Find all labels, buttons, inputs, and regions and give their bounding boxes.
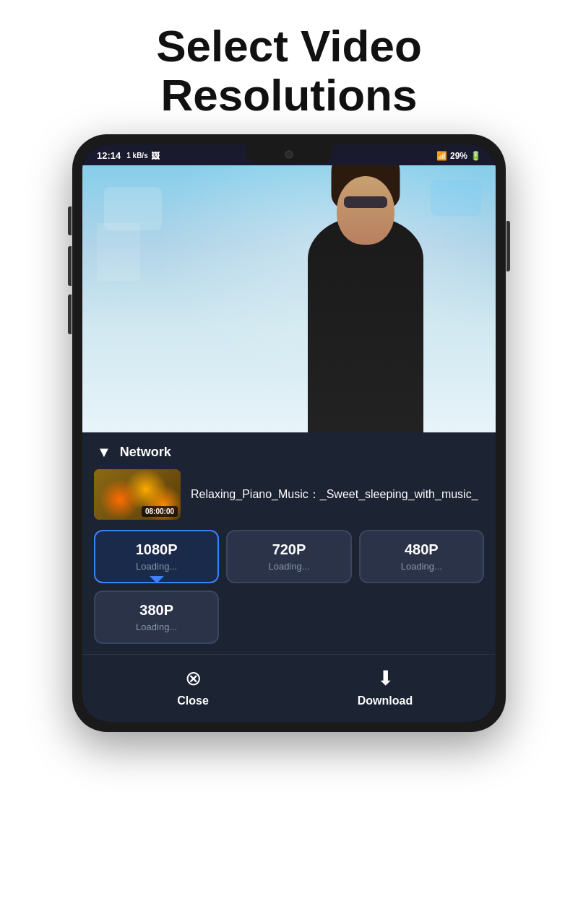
bg-element-3 bbox=[431, 180, 481, 216]
download-icon: ⬇ bbox=[377, 666, 394, 690]
resolution-380p-status: Loading... bbox=[103, 622, 210, 632]
wifi-icon: ▼ bbox=[97, 444, 111, 461]
camera-dot bbox=[285, 150, 293, 159]
close-icon: ⊗ bbox=[185, 666, 202, 690]
close-button[interactable]: ⊗ Close bbox=[157, 666, 229, 707]
title-line2: Resolutions bbox=[161, 70, 418, 120]
signal-icon: 📶 bbox=[436, 151, 447, 161]
face bbox=[337, 176, 394, 245]
resolution-380p-button[interactable]: 380P Loading... bbox=[94, 590, 219, 644]
video-info-row: 08:00:00 Relaxing_Piano_Music：_Sweet_sle… bbox=[82, 469, 496, 530]
resolution-1080p-label: 1080P bbox=[103, 541, 210, 558]
download-button[interactable]: ⬇ Download bbox=[349, 666, 421, 707]
speed-display: 1 kB/s bbox=[126, 152, 147, 160]
status-left: 12:14 1 kB/s 🖼 bbox=[97, 150, 160, 161]
phone-screen: 12:14 1 kB/s 🖼 📶 29% 🔋 bbox=[82, 144, 496, 722]
status-right: 📶 29% 🔋 bbox=[436, 151, 481, 161]
page-title: Select Video Resolutions bbox=[0, 0, 578, 134]
resolution-720p-label: 720P bbox=[235, 541, 342, 558]
battery-icon: 🔋 bbox=[470, 151, 481, 161]
resolution-720p-button[interactable]: 720P Loading... bbox=[226, 530, 351, 583]
sunglasses bbox=[344, 196, 387, 208]
video-preview bbox=[82, 165, 496, 432]
body bbox=[308, 216, 423, 432]
resolution-1080p-button[interactable]: 1080P Loading... bbox=[94, 530, 219, 583]
woman-silhouette bbox=[293, 173, 438, 432]
title-line1: Select Video bbox=[156, 21, 422, 71]
download-label: Download bbox=[358, 694, 413, 707]
phone-mockup: 12:14 1 kB/s 🖼 📶 29% 🔋 bbox=[72, 134, 506, 732]
resolution-480p-button[interactable]: 480P Loading... bbox=[359, 530, 484, 583]
volume-up-button bbox=[68, 246, 72, 286]
close-label: Close bbox=[177, 694, 209, 707]
video-title: Relaxing_Piano_Music：_Sweet_sleeping_wit… bbox=[191, 487, 478, 502]
power-button bbox=[506, 221, 510, 271]
volume-down-button bbox=[68, 295, 72, 334]
resolution-380p-label: 380P bbox=[103, 602, 210, 619]
notch bbox=[246, 144, 332, 163]
resolution-1080p-status: Loading... bbox=[103, 561, 210, 572]
download-panel: ▼ Network 08:00:00 Relaxing_Piano_Music：… bbox=[82, 432, 496, 722]
resolution-480p-label: 480P bbox=[368, 541, 475, 558]
bg-element-2 bbox=[97, 223, 140, 281]
network-label: Network bbox=[120, 445, 171, 460]
resolution-grid-row2: 380P Loading... bbox=[82, 590, 496, 654]
mute-button bbox=[68, 206, 72, 235]
action-bar: ⊗ Close ⬇ Download bbox=[82, 654, 496, 722]
notification-icon: 🖼 bbox=[151, 151, 160, 161]
resolution-grid-row1: 1080P Loading... 720P Loading... 480P Lo… bbox=[82, 530, 496, 590]
video-thumbnail: 08:00:00 bbox=[94, 469, 181, 520]
battery-display: 29% bbox=[450, 151, 467, 161]
video-duration: 08:00:00 bbox=[142, 506, 178, 517]
resolution-720p-status: Loading... bbox=[235, 561, 342, 572]
time-display: 12:14 bbox=[97, 150, 121, 161]
phone-frame: 12:14 1 kB/s 🖼 📶 29% 🔋 bbox=[72, 134, 506, 732]
resolution-480p-status: Loading... bbox=[368, 561, 475, 572]
network-header: ▼ Network bbox=[82, 432, 496, 469]
